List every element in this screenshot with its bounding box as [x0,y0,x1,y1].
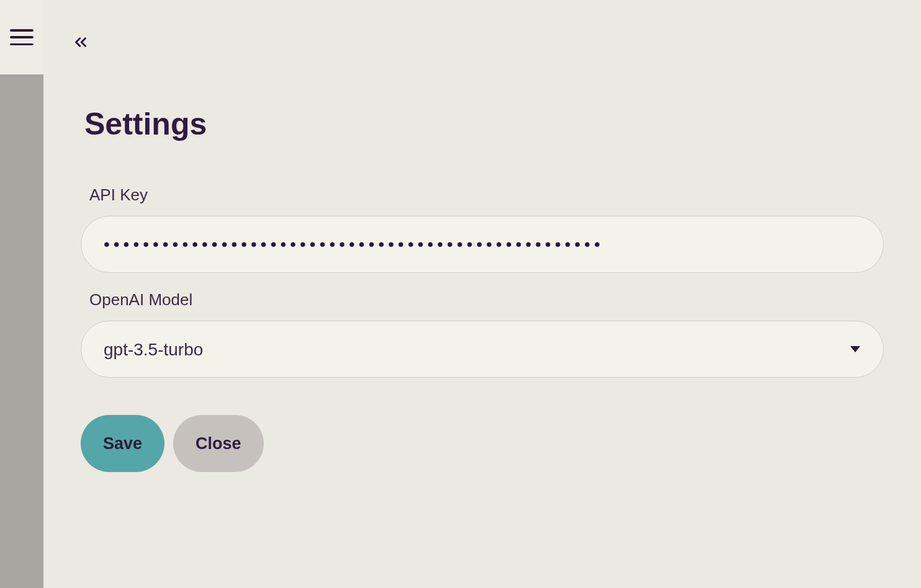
close-button[interactable]: Close [173,415,264,472]
chevron-double-left-icon [71,33,90,51]
model-select-wrap: gpt-3.5-turbo [81,321,884,378]
settings-panel: Settings API Key OpenAI Model gpt-3.5-tu… [43,0,921,588]
button-row: Save Close [81,415,884,472]
back-button[interactable] [70,31,92,53]
model-label: OpenAI Model [89,290,884,310]
page-title: Settings [84,106,884,142]
hamburger-menu-icon[interactable] [10,29,34,45]
api-key-input[interactable] [81,216,884,273]
save-button[interactable]: Save [81,415,164,472]
model-select[interactable]: gpt-3.5-turbo [81,321,884,378]
top-left-strip [0,0,43,74]
api-key-label: API Key [89,185,884,205]
